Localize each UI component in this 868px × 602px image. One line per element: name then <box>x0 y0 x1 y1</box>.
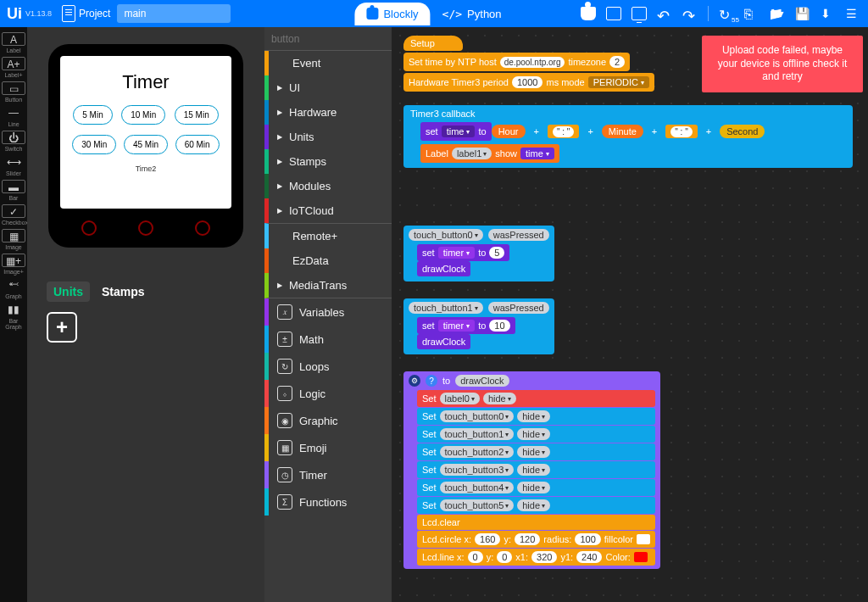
screen-button[interactable]: 5 Min <box>73 105 112 125</box>
palette-bar-graph[interactable]: ▮▮Bar Graph <box>2 303 25 330</box>
open-file-icon[interactable] <box>770 7 785 20</box>
ntp-host-field[interactable]: de.pool.ntp.org <box>500 57 565 68</box>
undo-icon[interactable] <box>657 7 672 20</box>
hwtimer-period[interactable]: 1000 <box>512 76 542 88</box>
palette-graph[interactable]: ⬻Graph <box>2 278 25 299</box>
chip-minute[interactable]: Minute <box>602 125 643 138</box>
hwtimer-mode[interactable]: PERIODIC <box>588 76 649 88</box>
literal-colon[interactable]: " : " <box>665 125 697 138</box>
block-hwtimer[interactable]: Hardware Timer3 period 1000 ms mode PERI… <box>403 73 654 92</box>
block-set-timer[interactable]: set timer to 10 <box>417 317 515 334</box>
block-touchbutton1[interactable]: touch_button1 wasPressed set timer to 10… <box>403 298 554 354</box>
cat-math[interactable]: ±Math <box>264 326 392 353</box>
cat-variables[interactable]: 𝑥Variables <box>264 298 392 326</box>
block-set-hide[interactable]: Settouch_button1hide <box>417 426 655 443</box>
block-set-hide[interactable]: Settouch_button3hide <box>417 461 655 478</box>
block-timer3-callback[interactable]: Timer3 callback set time to Hour + " : "… <box>403 105 853 168</box>
block-func-drawclock[interactable]: ⚙ ? to drawClock Setlabel0hideSettouch_b… <box>403 371 660 569</box>
chip-second[interactable]: Second <box>720 125 765 138</box>
refresh-icon[interactable]: 55 <box>719 7 734 20</box>
screen-button[interactable]: 15 Min <box>175 105 219 125</box>
block-set-hide[interactable]: Settouch_button4hide <box>417 479 655 496</box>
redo-icon[interactable] <box>682 7 698 20</box>
cat-loops[interactable]: ↻Loops <box>264 353 392 380</box>
block-set-hide[interactable]: Settouch_button0hide <box>417 408 655 425</box>
block-lcd-line[interactable]: Lcd.line x: 0 y: 0 x1: 320 y1: 240 Color… <box>417 549 655 566</box>
new-file-icon[interactable] <box>744 7 760 20</box>
palette-checkbox[interactable]: ✓Checkbox <box>2 204 25 226</box>
palette-line[interactable]: —Line <box>2 106 25 127</box>
palette-label-plus[interactable]: A+Label+ <box>2 57 25 78</box>
save-icon[interactable] <box>795 7 810 20</box>
block-call-drawclock[interactable]: drawClock <box>417 261 470 276</box>
cat-stamps[interactable]: ▶Stamps <box>264 149 392 174</box>
block-set-hide[interactable]: Settouch_button2hide <box>417 443 655 460</box>
puzzle-icon <box>366 8 378 20</box>
block-label-show[interactable]: Label label1 show time <box>420 144 559 163</box>
cat-remote[interactable]: Remote+ <box>264 223 392 248</box>
block-set-time[interactable]: set time to <box>420 122 492 141</box>
cat-logic[interactable]: ⬨Logic <box>264 380 392 407</box>
add-unit-button[interactable]: + <box>47 312 77 343</box>
device-screen[interactable]: Timer 5 Min 10 Min 15 Min 30 Min 45 Min … <box>60 56 231 209</box>
separator <box>708 6 709 21</box>
cat-emoji[interactable]: ▦Emoji <box>264 434 392 461</box>
palette-label[interactable]: ALabel <box>2 32 25 53</box>
cat-units[interactable]: ▶Units <box>264 125 392 149</box>
literal-colon[interactable]: " : " <box>548 125 579 138</box>
block-set-timer[interactable]: set timer to 5 <box>417 244 509 261</box>
hw-button[interactable] <box>138 220 153 236</box>
tab-python[interactable]: Python <box>431 3 514 25</box>
chip-hour[interactable]: Hour <box>492 125 526 138</box>
device-subtabs: Units Stamps <box>47 281 252 302</box>
cat-iotcloud[interactable]: ▶IoTCloud <box>264 198 392 223</box>
screen-button[interactable]: 10 Min <box>121 105 165 125</box>
cat-modules[interactable]: ▶Modules <box>264 174 392 198</box>
blockly-workspace[interactable]: Upload code failed, maybe your device is… <box>392 27 868 602</box>
hw-button[interactable] <box>81 220 97 236</box>
device-frame: Timer 5 Min 10 Min 15 Min 30 Min 45 Min … <box>48 44 243 248</box>
block-set-hide[interactable]: Setlabel0hide <box>417 390 655 407</box>
code-icon <box>442 8 462 20</box>
block-lcd-clear[interactable]: Lcd.clear <box>417 515 655 530</box>
block-call-drawclock[interactable]: drawClock <box>417 334 470 349</box>
palette-image[interactable]: ▦Image <box>2 229 25 250</box>
gear-icon[interactable]: ⚙ <box>409 375 420 387</box>
cat-event[interactable]: Event <box>264 51 392 75</box>
search-input[interactable] <box>271 33 392 45</box>
hw-button[interactable] <box>195 220 210 236</box>
palette-button[interactable]: ▭Button <box>2 81 25 103</box>
block-setup[interactable]: Setup <box>403 36 463 51</box>
block-set-hide[interactable]: Settouch_button5hide <box>417 497 655 514</box>
ntp-tz-field[interactable]: 2 <box>609 56 625 68</box>
block-categories: 🔍 Event ▶UI ▶Hardware ▶Units ▶Stamps ▶Mo… <box>264 27 392 602</box>
screen-button[interactable]: 30 Min <box>72 135 116 154</box>
user-icon[interactable] <box>581 7 596 20</box>
block-ntp[interactable]: Set time by NTP host de.pool.ntp.org tim… <box>403 53 630 71</box>
cat-ui[interactable]: ▶UI <box>264 75 392 100</box>
block-lcd-circle[interactable]: Lcd.circle x: 160 y: 120 radius: 100 fil… <box>417 531 655 548</box>
download-icon[interactable] <box>821 7 836 20</box>
palette-bar[interactable]: ▬Bar <box>2 180 25 201</box>
screen-button[interactable]: 45 Min <box>124 135 168 154</box>
menu-icon[interactable] <box>846 7 861 20</box>
help-icon[interactable]: ? <box>426 375 437 387</box>
cat-timer[interactable]: ◷Timer <box>264 461 392 488</box>
block-touchbutton0[interactable]: touch_button0 wasPressed set timer to 5 … <box>403 226 554 281</box>
palette-switch[interactable]: ⏻Switch <box>2 131 25 152</box>
tab-units[interactable]: Units <box>47 281 90 302</box>
palette-image-plus[interactable]: ▦+Image+ <box>2 254 25 275</box>
cat-mediatrans[interactable]: ▶MediaTrans <box>264 273 392 298</box>
keyboard-icon[interactable] <box>606 7 621 20</box>
monitor-icon[interactable] <box>632 7 647 20</box>
project-icon[interactable] <box>62 5 75 22</box>
cat-graphic[interactable]: ◉Graphic <box>264 407 392 434</box>
cat-hardware[interactable]: ▶Hardware <box>264 100 392 125</box>
screen-button[interactable]: 60 Min <box>175 135 220 154</box>
palette-slider[interactable]: ⟷Slider <box>2 155 25 176</box>
cat-functions[interactable]: ΣFunctions <box>264 488 392 516</box>
project-name-field[interactable]: main <box>117 4 231 23</box>
tab-blockly[interactable]: Blockly <box>354 3 430 25</box>
tab-stamps[interactable]: Stamps <box>102 281 145 302</box>
cat-ezdata[interactable]: EzData <box>264 248 392 273</box>
